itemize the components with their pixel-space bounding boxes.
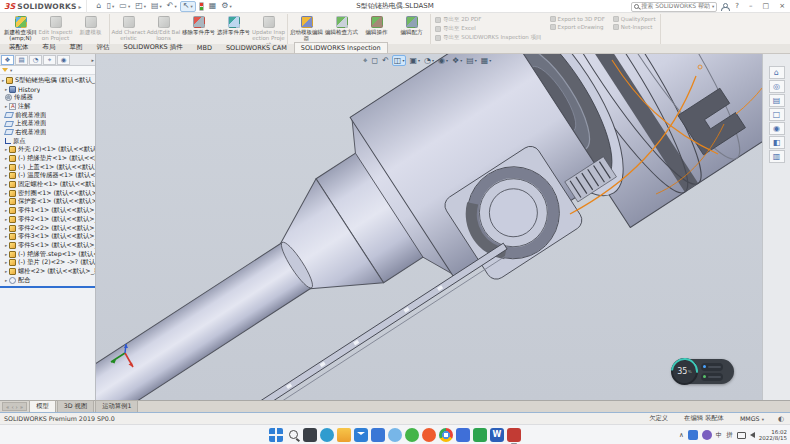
first-tab-icon[interactable]: « <box>6 404 9 410</box>
taskbar-app-icon[interactable]: W <box>490 428 504 442</box>
hud-tool-button[interactable]: ◉ ▾ <box>437 55 449 66</box>
export-menu-item[interactable]: Export eDrawing <box>550 24 605 30</box>
tab-solidworks-resources[interactable]: ⌂ <box>769 66 785 79</box>
tree-root[interactable]: ▸ S型铂铑热电偶 (默认<默认_显示状态-1 <box>0 76 95 85</box>
tab-displaymanager[interactable]: ◉ <box>57 55 70 65</box>
ime-layout-button[interactable]: 拼 <box>726 431 733 440</box>
tree-item[interactable]: ▸ 固定螺栓<1> (默认<<默认>_显示 <box>0 180 95 189</box>
tree-item[interactable]: ▸ 上视基准面 <box>0 119 95 128</box>
zoom-percent-badge[interactable]: 35 % <box>671 358 698 385</box>
hud-tool-button[interactable]: ❖ ▾ <box>451 55 463 66</box>
ribbon-tab[interactable]: 布局 <box>36 41 63 53</box>
hud-tool-button[interactable]: ▦ ▾ <box>480 55 493 66</box>
tree-item[interactable]: ▸ 零件5<1> (默认<<默认>_显示状 <box>0 241 95 250</box>
hud-tool-button[interactable]: ◻ ▾ <box>371 55 380 66</box>
qat-button[interactable]: ▯ ▾ <box>105 1 117 12</box>
export-menu-item[interactable]: 导出至 Excel <box>435 25 542 32</box>
taskbar-app-icon[interactable] <box>456 428 470 442</box>
hud-tool-button[interactable]: ⌖ ▾ <box>362 55 369 66</box>
help-button[interactable]: ? <box>732 1 742 12</box>
qat-button[interactable]: ⚙ ▾ <box>219 1 233 12</box>
ribbon-button[interactable]: 新建检查项目 (amp;N) <box>3 14 38 41</box>
qat-button[interactable]: ↶ ▾ <box>165 1 179 12</box>
tree-item[interactable]: ▸ (-) 绝缘垫片<1> (默认<<默认>_显示状 <box>0 154 95 163</box>
hud-tool-button[interactable]: ◫ ▾ <box>392 55 407 66</box>
hud-tool-button[interactable]: ◔ ▾ <box>423 55 435 66</box>
taskbar-app-icon[interactable] <box>354 428 368 442</box>
tree-filter[interactable]: ▾ <box>0 66 95 75</box>
last-tab-icon[interactable]: » <box>20 404 23 410</box>
hud-tool-button[interactable]: ↶ ▾ <box>381 55 390 66</box>
export-menu-item[interactable]: Net-Inspect <box>613 24 656 30</box>
recorder-button-top[interactable] <box>701 363 723 371</box>
panel-tabs-overflow[interactable]: ▸ <box>91 57 94 63</box>
ribbon-button[interactable]: 编辑操作 <box>359 14 394 35</box>
tab-pack-and-go[interactable]: ▥ <box>769 150 785 163</box>
tab-scroll-buttons[interactable]: « ‹ › » <box>2 402 27 411</box>
clock[interactable]: 16:02 2022/8/15 <box>759 429 787 442</box>
taskbar-app-icon[interactable] <box>371 428 385 442</box>
tree-item[interactable]: ▸ (-) 垫片 (2)<2> ->? (默认<<默认>_ <box>0 258 95 267</box>
tree-item[interactable]: ▸ (-) 绝缘管.step<1> (默认<<默认>_ <box>0 250 95 259</box>
tree-item[interactable]: ▸ 零件1<1> (默认<<默认>_显示状态 <box>0 206 95 215</box>
login-icon[interactable] <box>721 3 728 11</box>
ribbon-button[interactable]: 选择零件序号 <box>216 14 251 35</box>
qat-button[interactable]: ▦ ▾ <box>207 1 219 12</box>
qat-button[interactable]: ⌂ ▾ <box>95 1 104 12</box>
tree-item[interactable]: ▸ 螺栓<2> (默认<<默认>_显示状态 <box>0 267 95 276</box>
tab-featuremanager[interactable]: ❖ <box>1 55 14 65</box>
close-button[interactable]: × <box>776 1 788 12</box>
tab-file-explorer[interactable]: ▤ <box>769 94 785 107</box>
taskbar-app-icon[interactable] <box>439 428 453 442</box>
taskbar-app-icon[interactable] <box>507 428 521 442</box>
search-input[interactable]: 搜索 SOLIDWORKS 帮助 ▾ <box>631 2 717 12</box>
minimize-button[interactable]: – <box>746 1 756 12</box>
taskbar-app-icon[interactable] <box>269 428 283 442</box>
export-menu-item[interactable]: QualityXpert <box>613 16 656 22</box>
ribbon-tab[interactable]: SOLIDWORKS 插件 <box>117 41 190 53</box>
taskbar-app-icon[interactable] <box>473 428 487 442</box>
taskbar-app-icon[interactable] <box>337 428 351 442</box>
tree-item[interactable]: ▸ 前视基准面 <box>0 111 95 120</box>
ribbon-tab[interactable]: 装配体 <box>2 41 36 53</box>
qat-button[interactable]: ◰ ▾ <box>133 1 148 12</box>
tab-configurationmanager[interactable]: ◔ <box>29 55 42 65</box>
taskbar-app-icon[interactable] <box>422 428 436 442</box>
tree-item[interactable]: ▸ 零件3<1> (默认<<默认>_显示状 <box>0 232 95 241</box>
ribbon-button[interactable]: Add/Edit Balloons <box>146 14 181 41</box>
recorder-button-bottom[interactable] <box>701 373 723 381</box>
tree-item[interactable]: ▸ 注解 <box>0 102 95 111</box>
tree-item[interactable]: ▸ 右视基准面 <box>0 128 95 137</box>
ribbon-tab[interactable]: SOLIDWORKS Inspection <box>294 42 388 53</box>
tray-app-icon[interactable] <box>688 430 698 440</box>
tree-item[interactable]: ▸ 传感器 <box>0 93 95 102</box>
tree-item[interactable]: ▸ 密封圈<1> (默认<<默认>_显示状 <box>0 189 95 198</box>
doc-tab[interactable]: 运动算例1 <box>95 400 138 412</box>
ribbon-button[interactable]: Edit Inspection Project <box>38 14 73 41</box>
hud-tool-button[interactable]: ▤ ▾ <box>465 55 478 66</box>
next-tab-icon[interactable]: › <box>16 404 18 410</box>
doc-tab[interactable]: 3D 视图 <box>57 400 94 412</box>
prev-tab-icon[interactable]: ‹ <box>11 404 13 410</box>
tree-item[interactable]: ▸ History <box>0 85 95 94</box>
ribbon-tab[interactable]: 评估 <box>90 41 117 53</box>
tree-item[interactable]: ▸ (-) 上盖<1> (默认<<默认>_显示状 <box>0 163 95 172</box>
rollback-bar[interactable] <box>0 286 95 288</box>
chevron-down-icon[interactable]: ▾ <box>712 4 714 9</box>
tree-item[interactable]: ▸ 外壳 (2)<1> (默认<<默认>_显示状 <box>0 146 95 155</box>
graphics-viewport[interactable]: ⌖ ▾ ◻ ▾ ↶ ▾ ◫ ▾ <box>96 54 762 400</box>
shield-icon[interactable] <box>702 430 712 440</box>
tree-item[interactable]: ▸ 保护套<1> (默认<<默认>_显示状 <box>0 198 95 207</box>
tab-appearances[interactable]: ◉ <box>769 122 785 135</box>
status-item[interactable]: MMGS▾ <box>740 415 764 422</box>
qat-button[interactable]: ▭ ▾ <box>117 1 132 12</box>
tab-design-library[interactable]: ◎ <box>769 80 785 93</box>
tree-item[interactable]: ▸ 配合 <box>0 276 95 285</box>
qat-button[interactable]: ▤ ▾ <box>149 1 164 12</box>
taskbar-app-icon[interactable] <box>303 428 317 442</box>
tree-item[interactable]: ▸ 原点 <box>0 137 95 146</box>
solidworks-logo[interactable]: 3S SOLIDWORKS ▸ <box>0 0 87 13</box>
tree-item[interactable]: ▸ (-) 温度传感器<1> (默认<<默认>_ <box>0 172 95 181</box>
tab-propertymanager[interactable]: ▤ <box>15 55 28 65</box>
ribbon-button[interactable]: 编辑检查方式 <box>324 14 359 35</box>
